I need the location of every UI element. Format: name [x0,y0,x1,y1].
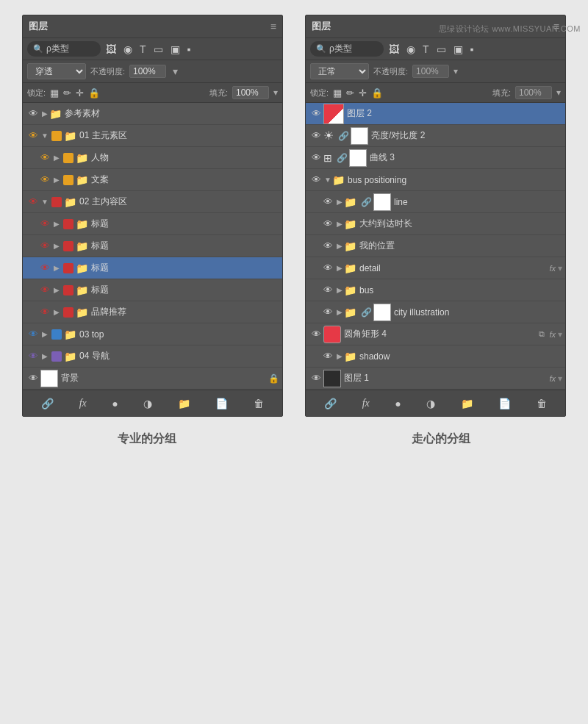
delete-icon[interactable]: 🗑 [251,396,267,411]
left-panel-menu-icon[interactable]: ≡ [270,21,276,32]
left-lock-move[interactable]: ✛ [76,87,84,98]
right-mask-icon[interactable]: ◑ [423,396,438,411]
circle-filter-icon[interactable]: ◉ [121,42,135,57]
layer-people-triangle[interactable]: ▶ [52,154,61,162]
right-shadow-triangle[interactable]: ▶ [335,352,344,360]
right-circle-filter-icon[interactable]: ◉ [404,42,417,57]
layer-g04[interactable]: 👁 ▶ 📁 04 导航 [23,345,282,368]
right-detail-fx-arrow[interactable]: ▾ [558,263,562,273]
right-layer1-fx-arrow[interactable]: ▾ [558,373,562,384]
right-layer2[interactable]: 👁 图层 2 [306,103,565,125]
right-my-pos[interactable]: 👁 ▶ 📁 我的位置 [306,235,565,257]
layer-title3[interactable]: 👁 ▶ 📁 标题 [23,257,282,279]
right-brightness2-eye[interactable]: 👁 [309,129,323,143]
right-line[interactable]: 👁 ▶ 📁 🔗 line [306,191,565,213]
layer-copywriting[interactable]: 👁 ▶ 📁 文案 [23,169,282,191]
right-curve3-eye[interactable]: 👁 [309,151,323,165]
layer-ref-eye[interactable]: 👁 [26,107,40,121]
left-opacity-arrow[interactable]: ▾ [171,64,180,79]
layer-title2-triangle[interactable]: ▶ [52,242,61,250]
right-lock-move[interactable]: ✛ [359,87,367,98]
right-detail-triangle[interactable]: ▶ [335,264,344,272]
right-delete-icon[interactable]: 🗑 [534,396,550,411]
right-lock-all[interactable]: 🔒 [371,87,383,98]
image-filter-icon[interactable]: 🖼 [104,42,118,57]
text-filter-icon[interactable]: T [137,42,148,57]
layer-g02-triangle[interactable]: ▼ [40,198,49,206]
group-icon[interactable]: 📁 [175,396,193,411]
layer-g02-eye[interactable]: 👁 [26,195,40,209]
right-bus-eye[interactable]: 👁 [320,283,335,298]
right-opacity-arrow[interactable]: ▾ [453,66,458,76]
layer-title2-eye[interactable]: 👁 [37,239,52,254]
right-text-filter-icon[interactable]: T [420,42,431,57]
right-my-pos-eye[interactable]: 👁 [320,239,335,254]
right-my-pos-triangle[interactable]: ▶ [335,242,344,250]
layer-ref[interactable]: 👁 ▶ 📁 参考素材 [23,103,282,125]
right-roundrect4[interactable]: 👁 圆角矩形 4 ⧉ fx ▾ [306,323,565,345]
right-image-filter-icon[interactable]: 🖼 [387,42,401,57]
right-options-icon[interactable]: ▪ [468,42,476,57]
shape-filter-icon[interactable]: ▭ [151,42,165,57]
layer-g02[interactable]: 👁 ▼ 📁 02 主内容区 [23,191,282,213]
right-lock-checkered[interactable]: ▦ [333,87,342,98]
layer-g01-eye[interactable]: 👁 [26,129,40,143]
right-fill-arrow[interactable]: ▾ [556,87,561,98]
right-mode-select[interactable]: 正常 [310,63,369,79]
right-city-illus-eye[interactable]: 👁 [320,305,335,320]
layer-copywriting-eye[interactable]: 👁 [37,173,52,187]
right-new-layer-icon[interactable]: 📄 [495,396,514,411]
right-shadow[interactable]: 👁 ▶ 📁 shadow [306,345,565,368]
link-icon[interactable]: 🔗 [38,396,57,411]
layer-bg[interactable]: 👁 背景 🔒 [23,368,282,390]
right-layer2-eye[interactable]: 👁 [309,107,323,121]
right-line-eye[interactable]: 👁 [320,195,335,209]
right-arrive-time-eye[interactable]: 👁 [320,217,335,232]
right-fill-input[interactable] [515,86,552,99]
right-shadow-eye[interactable]: 👁 [320,349,335,364]
right-layer1[interactable]: 👁 图层 1 fx ▾ [306,368,565,390]
right-bus-triangle[interactable]: ▶ [335,286,344,294]
layer-title4-triangle[interactable]: ▶ [52,286,61,294]
mask-icon[interactable]: ◑ [140,396,155,411]
left-fill-arrow[interactable]: ▾ [273,87,278,98]
right-detail-eye[interactable]: 👁 [320,261,335,276]
left-lock-checkered[interactable]: ▦ [50,87,59,98]
right-smartobj-filter-icon[interactable]: ▣ [451,42,465,57]
left-lock-brush[interactable]: ✏ [63,87,71,98]
right-bus-pos-eye[interactable]: 👁 [309,173,323,187]
right-bus-pos-triangle[interactable]: ▼ [323,176,332,184]
layer-title4[interactable]: 👁 ▶ 📁 标题 [23,279,282,301]
layer-bg-eye[interactable]: 👁 [26,371,40,386]
layer-g03[interactable]: 👁 ▶ 📁 03 top [23,323,282,345]
right-shape-filter-icon[interactable]: ▭ [434,42,448,57]
new-fill-icon[interactable]: ● [109,396,121,411]
layer-copywriting-triangle[interactable]: ▶ [52,176,61,184]
right-curve3[interactable]: 👁 ⊞ 🔗 曲线 3 [306,147,565,169]
layer-g04-triangle[interactable]: ▶ [40,352,49,360]
layer-title4-eye[interactable]: 👁 [37,283,52,298]
right-arrive-time-triangle[interactable]: ▶ [335,220,344,228]
layer-g04-eye[interactable]: 👁 [26,349,40,364]
layer-title1-eye[interactable]: 👁 [37,217,52,232]
layer-g03-triangle[interactable]: ▶ [40,330,49,338]
right-brightness2[interactable]: 👁 ☀ 🔗 亮度/对比度 2 [306,125,565,147]
layer-g01[interactable]: 👁 ▼ 📁 01 主元素区 [23,125,282,147]
right-bus[interactable]: 👁 ▶ 📁 bus [306,279,565,301]
new-layer-icon[interactable]: 📄 [212,396,231,411]
right-fx-icon[interactable]: fx [359,396,373,411]
right-layer1-eye[interactable]: 👁 [309,371,323,386]
layer-people-eye[interactable]: 👁 [37,151,52,165]
right-link-icon[interactable]: 🔗 [321,396,340,411]
options-icon[interactable]: ▪ [185,42,193,57]
right-arrive-time[interactable]: 👁 ▶ 📁 大约到达时长 [306,213,565,235]
layer-title1-triangle[interactable]: ▶ [52,220,61,228]
right-search-box[interactable]: 🔍 ρ类型 [310,41,384,57]
left-fill-input[interactable] [232,86,269,99]
right-line-triangle[interactable]: ▶ [335,198,344,206]
layer-brand-triangle[interactable]: ▶ [52,308,61,316]
layer-title3-triangle[interactable]: ▶ [52,264,61,272]
right-city-illus[interactable]: 👁 ▶ 📁 🔗 city illustration [306,301,565,323]
layer-title2[interactable]: 👁 ▶ 📁 标题 [23,235,282,257]
right-city-illus-triangle[interactable]: ▶ [335,308,344,316]
